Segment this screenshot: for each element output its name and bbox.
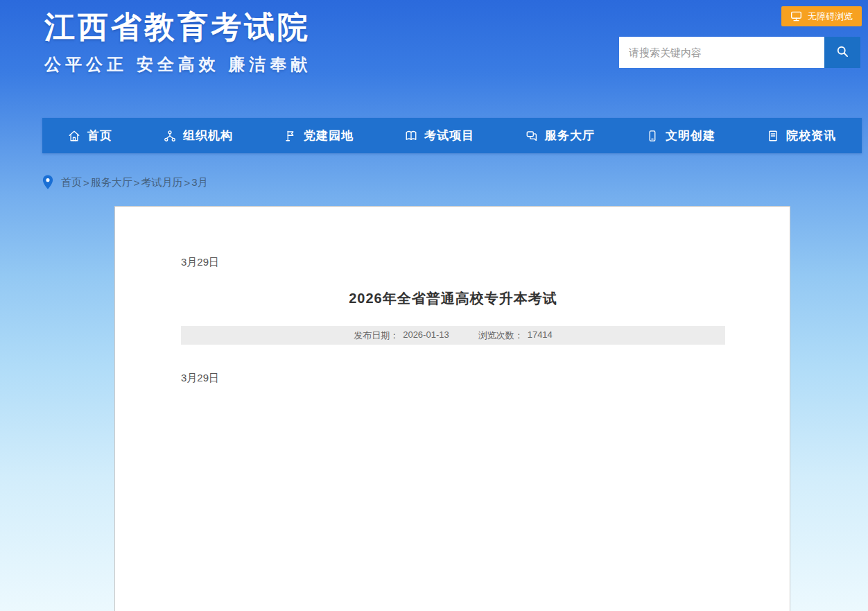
nav-item-home[interactable]: 首页 (64, 128, 116, 144)
nav-item-label: 文明创建 (666, 128, 715, 144)
flag-icon (284, 130, 297, 142)
nav-item-party-building[interactable]: 党建园地 (280, 128, 358, 144)
search-input[interactable] (619, 37, 824, 68)
accessibility-button[interactable]: 无障碍浏览 (781, 6, 862, 26)
nav-item-label: 首页 (87, 128, 112, 144)
breadcrumb: 首页 > 服务大厅 > 考试月历 > 3月 (42, 174, 208, 191)
home-icon (68, 130, 80, 142)
article-meta-bar: 发布日期： 2026-01-13 浏览次数： 17414 (181, 326, 725, 345)
location-pin-icon (42, 174, 54, 191)
view-count-label: 浏览次数： (478, 329, 523, 342)
breadcrumb-item-service-hall[interactable]: 服务大厅 (91, 176, 132, 189)
nav-item-organization[interactable]: 组织机构 (159, 128, 237, 144)
nav-item-civilization[interactable]: 文明创建 (642, 128, 720, 144)
nav-item-label: 党建园地 (304, 128, 354, 144)
site-logo[interactable]: 江西省教育考试院 公平公正 安全高效 廉洁奉献 (44, 10, 311, 76)
site-title: 江西省教育考试院 (44, 10, 311, 44)
nav-item-label: 院校资讯 (786, 128, 836, 144)
news-icon (767, 130, 779, 142)
site-slogan: 公平公正 安全高效 廉洁奉献 (44, 53, 311, 76)
publish-date-value: 2026-01-13 (403, 329, 449, 342)
calendar-date-top: 3月29日 (181, 256, 725, 269)
breadcrumb-separator: > (184, 177, 191, 189)
search-button[interactable] (824, 37, 860, 68)
breadcrumb-item-home[interactable]: 首页 (61, 176, 82, 189)
page: 江西省教育考试院 公平公正 安全高效 廉洁奉献 无障碍浏览 (0, 0, 868, 611)
article-title: 2026年全省普通高校专升本考试 (181, 289, 725, 308)
publish-date: 发布日期： 2026-01-13 (354, 329, 449, 342)
search-bar (619, 37, 860, 68)
breadcrumb-separator: > (83, 177, 89, 189)
org-chart-icon (164, 130, 176, 142)
nav-item-label: 组织机构 (183, 128, 233, 144)
nav-item-service-hall[interactable]: 服务大厅 (521, 128, 599, 144)
view-count-value: 17414 (528, 329, 553, 342)
main-nav: 首页 组织机构 党建园地 (42, 118, 862, 153)
content-card: 3月29日 2026年全省普通高校专升本考试 发布日期： 2026-01-13 … (114, 206, 790, 611)
monitor-icon (790, 11, 802, 21)
open-book-icon (405, 130, 417, 142)
calendar-date-bottom: 3月29日 (181, 372, 725, 385)
breadcrumb-item-march[interactable]: 3月 (191, 176, 207, 189)
view-count: 浏览次数： 17414 (478, 329, 553, 342)
chat-bubbles-icon (526, 130, 538, 142)
breadcrumb-separator: > (134, 177, 140, 189)
nav-item-college-news[interactable]: 院校资讯 (763, 128, 840, 144)
accessibility-label: 无障碍浏览 (808, 10, 853, 23)
nav-item-label: 服务大厅 (545, 128, 595, 144)
phone-icon (646, 130, 659, 142)
breadcrumb-item-exam-calendar[interactable]: 考试月历 (141, 176, 183, 189)
nav-item-exam-projects[interactable]: 考试项目 (401, 128, 478, 144)
nav-item-label: 考试项目 (424, 128, 474, 144)
publish-date-label: 发布日期： (354, 329, 399, 342)
search-icon (835, 44, 849, 60)
